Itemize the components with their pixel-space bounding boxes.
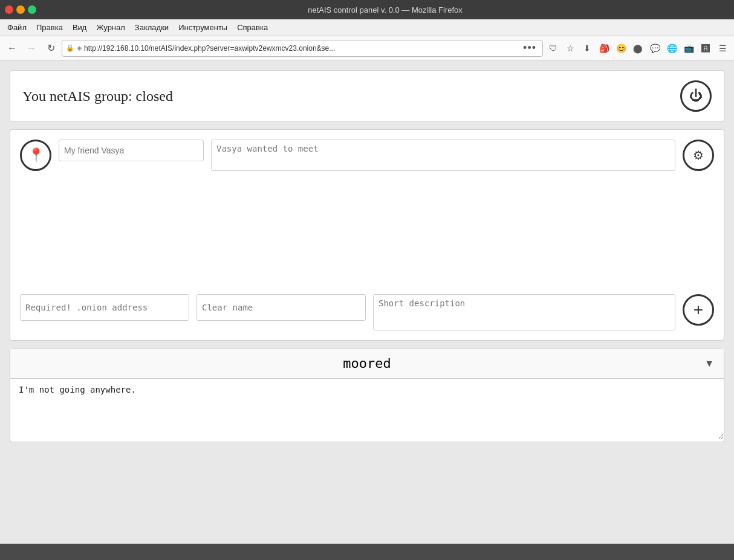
location-button[interactable]: 📍 <box>20 140 51 171</box>
addon5-icon[interactable]: 🌐 <box>664 40 680 56</box>
menu-file[interactable]: Файл <box>2 21 31 34</box>
maximize-button[interactable] <box>28 5 36 14</box>
star-icon[interactable]: ☆ <box>562 40 578 56</box>
menu-edit[interactable]: Правка <box>31 21 68 34</box>
menu-bar: Файл Правка Вид Журнал Закладки Инструме… <box>0 19 734 36</box>
settings-button[interactable]: ⚙ <box>683 140 714 171</box>
menu-history[interactable]: Журнал <box>91 21 129 34</box>
security-icon: ◈ <box>77 44 82 52</box>
status-select[interactable]: moored underway at anchor aground <box>10 349 724 378</box>
description-textarea[interactable] <box>211 140 675 171</box>
form-card: 📍 ⚙ + <box>10 129 724 341</box>
menu-help[interactable]: Справка <box>232 21 273 34</box>
window-title: netAIS control panel v. 0.0 — Mozilla Fi… <box>41 5 729 14</box>
addon1-icon[interactable]: 🎒 <box>596 40 612 56</box>
window-controls <box>5 5 36 14</box>
middle-area <box>20 178 714 287</box>
lock-icon: 🔒 <box>66 44 74 52</box>
nav-icon-group: 🛡 ☆ ⬇ 🎒 😊 ⬤ 💬 🌐 📺 🅰 ☰ <box>545 40 730 56</box>
shield-icon[interactable]: 🛡 <box>545 40 561 56</box>
header-card: You netAIS group: closed ⏻ <box>10 70 724 122</box>
refresh-button[interactable]: ↻ <box>42 40 59 57</box>
power-icon: ⏻ <box>689 88 703 104</box>
group-status-title: You netAIS group: closed <box>22 88 173 105</box>
status-card: moored underway at anchor aground ▼ I'm … <box>10 348 724 442</box>
close-button[interactable] <box>5 5 13 14</box>
addon7-icon[interactable]: 🅰 <box>698 40 713 56</box>
addon4-icon[interactable]: 💬 <box>647 40 663 56</box>
plus-icon: + <box>693 300 703 320</box>
addon2-icon[interactable]: 😊 <box>613 40 629 56</box>
gear-icon: ⚙ <box>693 148 704 163</box>
location-icon: 📍 <box>28 147 44 163</box>
minimize-button[interactable] <box>16 5 25 14</box>
url-options-button[interactable]: ••• <box>521 42 539 54</box>
menu-bookmarks[interactable]: Закладки <box>130 21 174 34</box>
menu-view[interactable]: Вид <box>68 21 92 34</box>
title-bar: netAIS control panel v. 0.0 — Mozilla Fi… <box>0 0 734 19</box>
add-button[interactable]: + <box>683 294 714 326</box>
form-bottom-row: + <box>20 294 714 330</box>
clear-name-input[interactable] <box>196 294 366 321</box>
short-description-textarea[interactable] <box>373 294 675 330</box>
nav-bar: ← → ↻ 🔒 ◈ ••• 🛡 ☆ ⬇ 🎒 😊 ⬤ 💬 🌐 📺 🅰 ☰ <box>0 36 734 60</box>
form-top-row: 📍 ⚙ <box>20 140 714 171</box>
form-card-inner: 📍 ⚙ + <box>10 130 724 340</box>
power-button[interactable]: ⏻ <box>680 80 712 112</box>
friend-name-input[interactable] <box>59 140 204 161</box>
page-content: You netAIS group: closed ⏻ 📍 ⚙ <box>0 60 734 544</box>
status-message-textarea[interactable]: I'm not going anywhere. <box>10 379 724 439</box>
forward-button[interactable]: → <box>23 40 40 57</box>
status-select-wrapper: moored underway at anchor aground ▼ <box>10 349 724 379</box>
url-input[interactable] <box>84 44 518 53</box>
addon6-icon[interactable]: 📺 <box>681 40 697 56</box>
url-bar-wrapper: 🔒 ◈ ••• <box>62 40 543 57</box>
hamburger-menu[interactable]: ☰ <box>715 40 730 56</box>
download-icon[interactable]: ⬇ <box>579 40 595 56</box>
addon3-icon[interactable]: ⬤ <box>630 40 646 56</box>
menu-tools[interactable]: Инструменты <box>174 21 232 34</box>
back-button[interactable]: ← <box>4 40 21 57</box>
onion-address-input[interactable] <box>20 294 189 321</box>
